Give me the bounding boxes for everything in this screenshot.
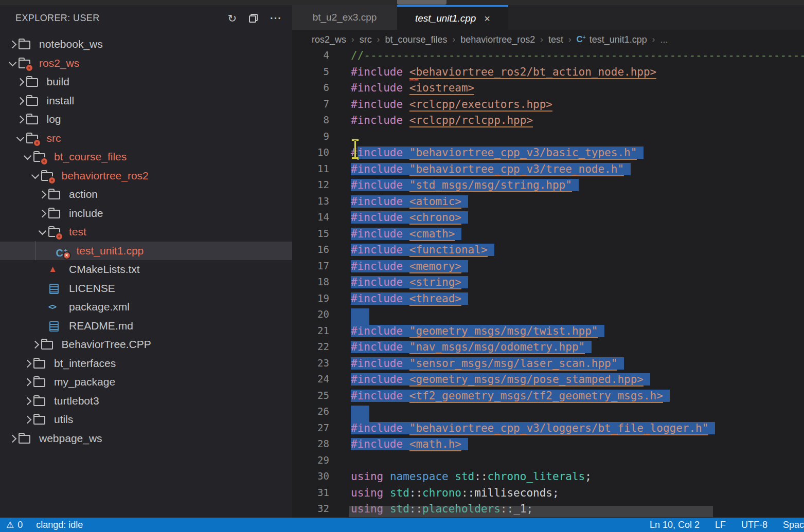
collapse-folders-icon[interactable] [249, 14, 258, 23]
code-line-25[interactable]: 25#include <tf2_geometry_msgs/tf2_geomet… [292, 390, 804, 406]
tree-item-BehaviorTree.CPP[interactable]: BehaviorTree.CPP [0, 335, 292, 354]
chevron-right-icon[interactable] [22, 392, 33, 411]
close-icon[interactable]: × [484, 13, 490, 24]
breadcrumb-separator-icon: › [540, 34, 543, 45]
tree-item-bt_course_files[interactable]: bt_course_files [0, 148, 292, 167]
chevron-down-icon[interactable] [37, 223, 48, 242]
code-line-4[interactable]: 4//-------------------------------------… [292, 49, 804, 66]
code-line-18[interactable]: 18#include <string> [292, 276, 804, 292]
code-line-19[interactable]: 19#include <thread> [292, 292, 804, 309]
encoding-indicator[interactable]: UTF-8 [741, 520, 767, 530]
tree-item-test[interactable]: test [0, 223, 292, 242]
code-line-9[interactable]: 9 [292, 131, 804, 147]
chevron-down-icon[interactable] [30, 167, 41, 186]
chevron-right-icon[interactable] [7, 429, 19, 448]
code-line-26[interactable]: 26 [292, 406, 804, 422]
code-line-8[interactable]: 8#include <rclcpp/rclcpp.hpp> [292, 114, 804, 131]
code-line-29[interactable]: 29 [292, 454, 804, 471]
code-line-7[interactable]: 7#include <rclcpp/executors.hpp> [292, 98, 804, 115]
code-line-28[interactable]: 28#include <math.h> [292, 438, 804, 454]
eol-indicator[interactable]: LF [715, 520, 726, 530]
line-number: 24 [292, 373, 329, 384]
tree-item-label: notebook_ws [39, 38, 103, 50]
clangd-status[interactable]: clangd: idle [36, 520, 83, 530]
code-line-11[interactable]: 11#include "behaviortree_cpp_v3/tree_nod… [292, 163, 804, 179]
tree-item-include[interactable]: include [0, 204, 292, 223]
code-line-12[interactable]: 12#include "std_msgs/msg/string.hpp" [292, 179, 804, 195]
code-line-24[interactable]: 24#include <geometry_msgs/msg/pose_stamp… [292, 373, 804, 390]
chevron-down-icon[interactable] [22, 148, 33, 167]
tree-item-install[interactable]: install [0, 91, 292, 111]
tree-item-README.md[interactable]: README.md [0, 317, 292, 336]
code-line-13[interactable]: 13#include <atomic> [292, 195, 804, 212]
line-number: 19 [292, 292, 329, 304]
tree-item-label: action [69, 188, 98, 200]
tree-item-log[interactable]: log [0, 110, 292, 129]
breadcrumb-item-behaviortree_ros2[interactable]: behaviortree_ros2 [460, 34, 535, 45]
tree-item-LICENSE[interactable]: LICENSE [0, 279, 292, 298]
tree-item-package.xml[interactable]: <>package.xml [0, 298, 292, 317]
horizontal-scrollbar[interactable] [349, 506, 713, 517]
chevron-right-icon[interactable] [37, 204, 48, 223]
chevron-right-icon[interactable] [22, 354, 33, 373]
tree-item-test_unit1.cpp[interactable]: C+×test_unit1.cpp [0, 242, 292, 261]
code-line-21[interactable]: 21#include "geometry_msgs/msg/twist.hpp" [292, 325, 804, 341]
chevron-right-icon[interactable] [15, 110, 26, 129]
code-line-30[interactable]: 30using namespace std::chrono_literals; [292, 470, 804, 487]
tree-item-src[interactable]: src [0, 129, 292, 148]
chevron-spacer [37, 260, 48, 279]
chevron-down-icon[interactable] [15, 129, 26, 148]
code-line-31[interactable]: 31using std::chrono::milliseconds; [292, 487, 804, 503]
chevron-down-icon[interactable] [7, 54, 19, 73]
code-line-27[interactable]: 27#include "behaviortree_cpp_v3/loggers/… [292, 422, 804, 438]
breadcrumb-ellipsis[interactable]: ... [660, 34, 668, 45]
refresh-icon[interactable]: ↻ [227, 13, 237, 24]
tree-item-CMakeLists.txt[interactable]: ▲CMakeLists.txt [0, 260, 292, 279]
code-line-23[interactable]: 23#include "sensor_msgs/msg/laser_scan.h… [292, 357, 804, 374]
tree-item-notebook_ws[interactable]: notebook_ws [0, 35, 292, 54]
breadcrumb-item-test[interactable]: test [548, 34, 563, 45]
tab-test_unit1.cpp[interactable]: test_unit1.cpp× [397, 5, 508, 30]
code-line-16[interactable]: 16#include <functional> [292, 244, 804, 260]
chevron-right-icon[interactable] [22, 373, 33, 392]
chevron-right-icon[interactable] [7, 35, 19, 54]
warnings-indicator[interactable]: ⚠ 0 [6, 520, 23, 530]
tree-item-action[interactable]: action [0, 185, 292, 204]
code-line-17[interactable]: 17#include <memory> [292, 260, 804, 277]
tree-indent-guide [35, 241, 35, 260]
tree-item-webpage_ws[interactable]: webpage_ws [0, 429, 292, 448]
code-editor[interactable]: 4//-------------------------------------… [292, 49, 804, 518]
chevron-right-icon[interactable] [22, 410, 33, 429]
breadcrumb-item-file[interactable]: test_unit1.cpp [589, 34, 647, 45]
chevron-right-icon[interactable] [30, 335, 41, 354]
tree-item-build[interactable]: build [0, 72, 292, 91]
tree-item-utils[interactable]: utils [0, 410, 292, 429]
tree-item-my_package[interactable]: my_package [0, 373, 292, 392]
chevron-right-icon[interactable] [37, 185, 48, 204]
breadcrumb-item-src[interactable]: src [360, 34, 372, 45]
breadcrumb-item-ros2_ws[interactable]: ros2_ws [312, 34, 346, 45]
tree-item-turtlebot3[interactable]: turtlebot3 [0, 392, 292, 411]
indentation-indicator[interactable]: Spac [783, 520, 804, 530]
chevron-spacer [45, 242, 56, 261]
code-line-22[interactable]: 22#include "nav_msgs/msg/odometry.hpp" [292, 341, 804, 357]
breadcrumb-item-bt_course_files[interactable]: bt_course_files [385, 34, 447, 45]
chevron-right-icon[interactable] [15, 91, 26, 111]
more-actions-icon[interactable]: ··· [270, 16, 282, 20]
tree-item-bt_interfaces[interactable]: bt_interfaces [0, 354, 292, 373]
warning-triangle-icon: ⚠ [6, 520, 14, 530]
code-line-20[interactable]: 20 [292, 308, 804, 325]
tree-item-ros2_ws[interactable]: ros2_ws [0, 54, 292, 73]
code-line-14[interactable]: 14#include <chrono> [292, 211, 804, 228]
chevron-right-icon[interactable] [15, 72, 26, 91]
tab-bt_u2_ex3.cpp[interactable]: bt_u2_ex3.cpp [292, 5, 397, 30]
tree-item-behaviortree_ros2[interactable]: behaviortree_ros2 [0, 167, 292, 186]
cursor-position[interactable]: Ln 10, Col 2 [650, 520, 700, 530]
code-line-15[interactable]: 15#include <cmath> [292, 228, 804, 244]
code-line-5[interactable]: 5#include <behaviortree_ros2/bt_action_n… [292, 66, 804, 82]
folder-icon [41, 335, 57, 354]
folder-icon [26, 72, 42, 91]
error-badge [33, 139, 41, 147]
code-line-6[interactable]: 6#include <iostream> [292, 82, 804, 98]
code-line-10[interactable]: 10#include "behaviortree_cpp_v3/basic_ty… [292, 146, 804, 163]
